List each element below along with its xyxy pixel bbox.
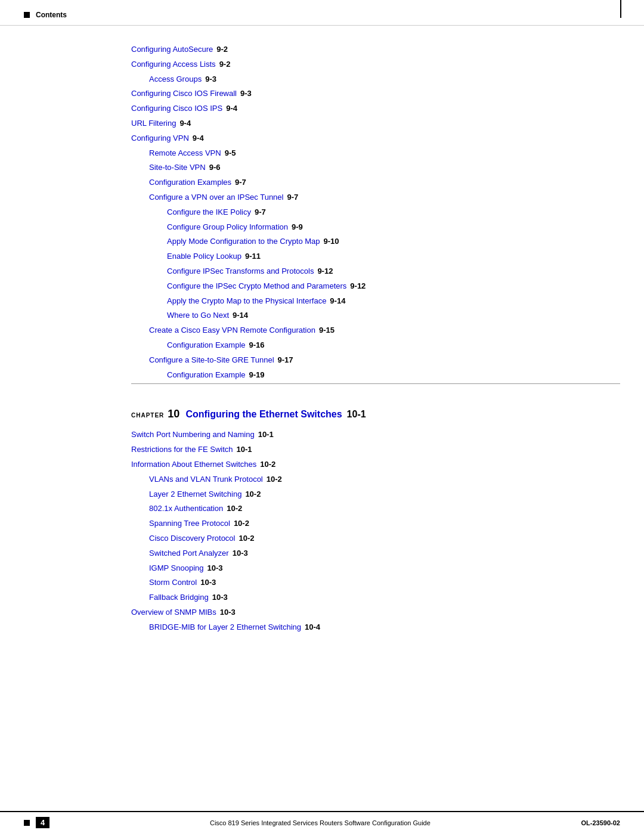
toc-link[interactable]: Configure Group Policy Information — [167, 221, 288, 234]
toc-item: Switched Port Analyzer10-3 — [149, 547, 620, 560]
toc-page-number: 10-1 — [258, 429, 274, 441]
toc-link[interactable]: Configuring Cisco IOS IPS — [131, 103, 222, 115]
toc-link[interactable]: Spanning Tree Protocol — [149, 518, 230, 530]
toc-item: Configuration Example9-16 — [167, 339, 620, 352]
toc-link[interactable]: Site-to-Site VPN — [149, 162, 206, 174]
toc-link[interactable]: Configuring AutoSecure — [131, 44, 213, 56]
toc-page-number: 9-3 — [240, 88, 252, 100]
toc-item: Site-to-Site VPN9-6 — [149, 162, 620, 174]
toc-page-number: 9-4 — [179, 117, 191, 130]
toc-page-number: 9-12 — [317, 265, 333, 278]
toc-item: Configuration Example9-19 — [167, 369, 620, 382]
page-container: Contents Configuring AutoSecure9-2Config… — [0, 0, 644, 833]
toc-link[interactable]: Configuring Access Lists — [131, 58, 216, 71]
toc-page-number: 10-2 — [234, 518, 249, 530]
toc-link[interactable]: IGMP Snooping — [149, 562, 204, 575]
top-right-decoration — [620, 0, 621, 18]
toc-link[interactable]: Configure a VPN over an IPSec Tunnel — [149, 191, 283, 204]
toc-link[interactable]: Configuring Cisco IOS Firewall — [131, 88, 237, 100]
toc-link[interactable]: Enable Policy Lookup — [167, 250, 242, 263]
toc-item: IGMP Snooping10-3 — [149, 562, 620, 575]
toc-link[interactable]: 802.1x Authentication — [149, 503, 223, 515]
toc-page-number: 10-2 — [227, 503, 242, 515]
toc-link[interactable]: Switch Port Numbering and Naming — [131, 429, 255, 441]
toc-item: VLANs and VLAN Trunk Protocol10-2 — [149, 473, 620, 486]
toc-item: Create a Cisco Easy VPN Remote Configura… — [149, 324, 620, 337]
page-footer: 4 Cisco 819 Series Integrated Services R… — [0, 811, 644, 833]
toc-link[interactable]: Configure the IPSec Crypto Method and Pa… — [167, 280, 346, 293]
toc-page-number: 10-3 — [208, 562, 223, 575]
toc-page-number: 10-2 — [239, 532, 255, 545]
toc-link[interactable]: Fallback Bridging — [149, 592, 209, 604]
toc-page-number: 9-10 — [324, 236, 339, 248]
toc-page-number: 10-1 — [237, 444, 252, 456]
toc-link[interactable]: Configure the IKE Policy — [167, 206, 251, 219]
toc-page-number: 9-14 — [233, 309, 248, 322]
toc-link[interactable]: Configuration Example — [167, 369, 246, 382]
toc-list: Configuring AutoSecure9-2Configuring Acc… — [131, 44, 620, 381]
toc-page-number: 10-2 — [267, 473, 282, 486]
toc-link[interactable]: Access Groups — [149, 73, 202, 86]
footer-square-icon — [24, 820, 30, 826]
header-title: Contents — [36, 11, 67, 19]
toc-link[interactable]: VLANs and VLAN Trunk Protocol — [149, 473, 263, 486]
footer-page-number: 4 — [36, 817, 49, 828]
toc-item: Configure a Site-to-Site GRE Tunnel9-17 — [149, 354, 620, 367]
toc-item: Configure a VPN over an IPSec Tunnel9-7 — [149, 191, 620, 204]
toc-link[interactable]: Cisco Discovery Protocol — [149, 532, 236, 545]
toc-link[interactable]: Configuring VPN — [131, 132, 189, 145]
toc-item: Remote Access VPN9-5 — [149, 147, 620, 160]
toc-link[interactable]: Layer 2 Ethernet Switching — [149, 488, 242, 501]
toc-item: Configuring Cisco IOS IPS9-4 — [131, 103, 620, 115]
toc-page-number: 9-19 — [249, 369, 265, 382]
toc-item: Configuring AutoSecure9-2 — [131, 44, 620, 56]
toc-page-number: 10-4 — [305, 621, 320, 634]
chapter-title-link[interactable]: Configuring the Ethernet Switches — [185, 409, 342, 420]
toc-link[interactable]: Apply Mode Configuration to the Crypto M… — [167, 236, 320, 248]
toc-item: Configure Group Policy Information9-9 — [167, 221, 620, 234]
toc-item: Configure IPSec Transforms and Protocols… — [167, 265, 620, 278]
toc-link[interactable]: Information About Ethernet Switches — [131, 459, 256, 471]
toc-page-number: 9-5 — [225, 147, 236, 160]
toc-link[interactable]: BRIDGE-MIB for Layer 2 Ethernet Switchin… — [149, 621, 301, 634]
toc-link[interactable]: Switched Port Analyzer — [149, 547, 229, 560]
toc-page-number: 9-7 — [235, 176, 246, 189]
toc-item: Configure the IPSec Crypto Method and Pa… — [167, 280, 620, 293]
chapter-divider-line — [131, 383, 620, 384]
toc-page-number: 9-9 — [292, 221, 303, 234]
toc-link[interactable]: Storm Control — [149, 577, 197, 589]
toc-content: Configuring AutoSecure9-2Configuring Acc… — [0, 26, 644, 671]
toc-page-number: 9-16 — [249, 339, 265, 352]
toc-item: Where to Go Next9-14 — [167, 309, 620, 322]
header-square-icon — [24, 12, 30, 18]
toc-page-number: 9-4 — [193, 132, 204, 145]
footer-center-text: Cisco 819 Series Integrated Services Rou… — [59, 819, 581, 826]
toc-link[interactable]: URL Filtering — [131, 117, 176, 130]
toc-page-number: 9-7 — [287, 191, 298, 204]
toc-link[interactable]: Create a Cisco Easy VPN Remote Configura… — [149, 324, 315, 337]
toc-item: Enable Policy Lookup9-11 — [167, 250, 620, 263]
toc-item: Apply Mode Configuration to the Crypto M… — [167, 236, 620, 248]
toc-page-number: 9-4 — [226, 103, 237, 115]
toc-page-number: 9-17 — [278, 354, 293, 367]
toc-page-number: 9-11 — [245, 250, 261, 263]
toc-item: Storm Control10-3 — [149, 577, 620, 589]
toc-item: Configuring Access Lists9-2 — [131, 58, 620, 71]
toc-link[interactable]: Configure IPSec Transforms and Protocols — [167, 265, 314, 278]
toc-item: Layer 2 Ethernet Switching10-2 — [149, 488, 620, 501]
toc-page-number: 10-2 — [260, 459, 275, 471]
toc-link[interactable]: Where to Go Next — [167, 309, 229, 322]
toc-link[interactable]: Configuration Examples — [149, 176, 231, 189]
chapter-label: CHAPTER — [131, 412, 164, 419]
toc-link[interactable]: Overview of SNMP MIBs — [131, 606, 216, 619]
toc-page-number: 9-15 — [319, 324, 335, 337]
toc-link[interactable]: Configuration Example — [167, 339, 246, 352]
toc-link[interactable]: Apply the Crypto Map to the Physical Int… — [167, 295, 326, 308]
toc-link[interactable]: Configure a Site-to-Site GRE Tunnel — [149, 354, 274, 367]
toc-item: Configuration Examples9-7 — [149, 176, 620, 189]
toc-page-number: 10-3 — [220, 606, 236, 619]
toc-link[interactable]: Remote Access VPN — [149, 147, 221, 160]
toc-item: Configure the IKE Policy9-7 — [167, 206, 620, 219]
toc-link[interactable]: Restrictions for the FE Switch — [131, 444, 233, 456]
toc-item: Configuring VPN9-4 — [131, 132, 620, 145]
